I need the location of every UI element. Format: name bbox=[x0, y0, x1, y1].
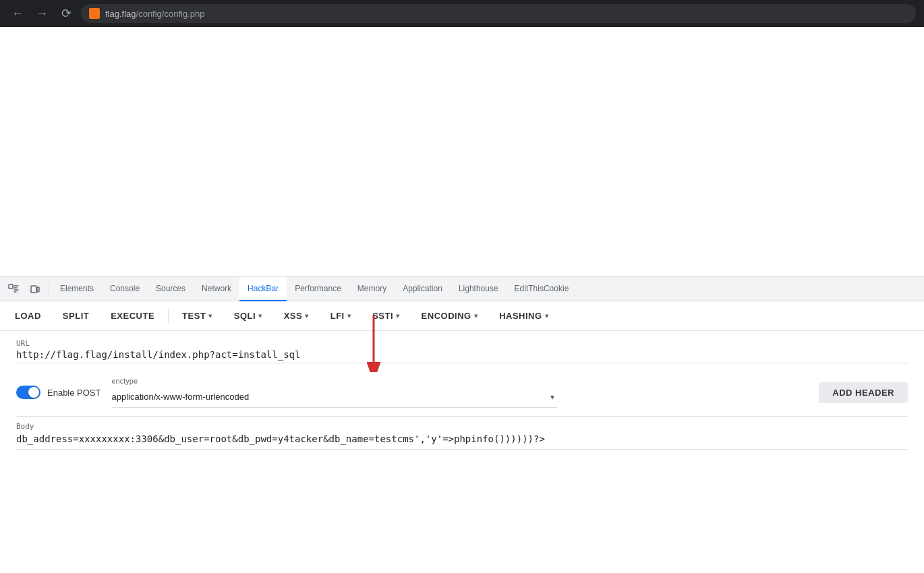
hackbar-body: URL http://flag.flag/install/index.php?a… bbox=[0, 331, 924, 450]
enable-post-label: Enable POST bbox=[47, 388, 101, 398]
body-value[interactable]: db_address=xxxxxxxxx:3306&db_user=root&d… bbox=[16, 432, 908, 446]
body-section: Body db_address=xxxxxxxxx:3306&db_user=r… bbox=[16, 417, 908, 450]
svg-rect-2 bbox=[37, 287, 39, 292]
url-section: URL http://flag.flag/install/index.php?a… bbox=[16, 339, 908, 363]
tab-separator bbox=[49, 282, 49, 296]
tab-network[interactable]: Network bbox=[194, 277, 239, 301]
site-icon bbox=[89, 8, 100, 19]
tab-editthiscookie[interactable]: EditThisCookie bbox=[507, 277, 577, 301]
load-button[interactable]: LOAD bbox=[5, 307, 51, 325]
devtools-tabbar: Elements Console Sources Network HackBar… bbox=[0, 277, 924, 301]
forward-button[interactable]: → bbox=[32, 4, 51, 23]
post-section-wrapper: Enable POST enctype application/x-www-fo… bbox=[16, 369, 908, 417]
tab-console[interactable]: Console bbox=[102, 277, 148, 301]
red-arrow-indicator bbox=[347, 311, 401, 372]
hashing-button[interactable]: HASHING ▾ bbox=[490, 307, 558, 325]
sqli-arrow: ▾ bbox=[258, 312, 262, 320]
post-toggle[interactable] bbox=[16, 386, 40, 399]
execute-button[interactable]: EXECUTE bbox=[101, 307, 164, 325]
tab-performance[interactable]: Performance bbox=[287, 277, 349, 301]
address-path: /config/config.php bbox=[136, 9, 205, 19]
body-label: Body bbox=[16, 422, 908, 431]
toggle-container: Enable POST bbox=[16, 386, 101, 399]
encoding-arrow: ▾ bbox=[474, 312, 478, 320]
enctype-group: enctype application/x-www-form-urlencode… bbox=[112, 377, 809, 408]
test-button[interactable]: TEST ▾ bbox=[173, 307, 222, 325]
xss-button[interactable]: XSS ▾ bbox=[275, 307, 318, 325]
toolbar-divider-1 bbox=[168, 308, 169, 324]
tab-elements[interactable]: Elements bbox=[52, 277, 102, 301]
tab-application[interactable]: Application bbox=[395, 277, 451, 301]
tab-hackbar[interactable]: HackBar bbox=[239, 277, 287, 301]
tab-lighthouse[interactable]: Lighthouse bbox=[451, 277, 507, 301]
sqli-button[interactable]: SQLI ▾ bbox=[225, 307, 272, 325]
xss-arrow: ▾ bbox=[305, 312, 309, 320]
url-label: URL bbox=[16, 339, 908, 348]
browser-topbar: ← → ⟳ flag.flag/config/config.php bbox=[0, 0, 924, 27]
svg-rect-0 bbox=[9, 284, 13, 289]
post-section: Enable POST enctype application/x-www-fo… bbox=[16, 369, 908, 417]
enctype-wrapper: application/x-www-form-urlencoded multip… bbox=[112, 386, 557, 408]
add-header-button[interactable]: ADD HEADER bbox=[819, 382, 908, 403]
address-domain: flag.flag bbox=[105, 9, 136, 19]
enctype-select[interactable]: application/x-www-form-urlencoded multip… bbox=[112, 386, 557, 408]
reload-button[interactable]: ⟳ bbox=[57, 4, 76, 23]
hackbar-toolbar: LOAD SPLIT EXECUTE TEST ▾ SQLI ▾ XSS ▾ L… bbox=[0, 301, 924, 331]
url-value[interactable]: http://flag.flag/install/index.php?act=i… bbox=[16, 349, 908, 363]
tab-sources[interactable]: Sources bbox=[148, 277, 194, 301]
page-content bbox=[0, 27, 924, 276]
enctype-label: enctype bbox=[112, 377, 809, 385]
test-arrow: ▾ bbox=[208, 312, 212, 320]
toggle-thumb bbox=[28, 387, 39, 398]
address-text: flag.flag/config/config.php bbox=[105, 9, 204, 19]
device-icon[interactable] bbox=[24, 278, 46, 300]
hashing-arrow: ▾ bbox=[545, 312, 549, 320]
inspect-icon[interactable] bbox=[3, 278, 24, 300]
encoding-button[interactable]: ENCODING ▾ bbox=[412, 307, 488, 325]
split-button[interactable]: SPLIT bbox=[53, 307, 98, 325]
body-underline bbox=[16, 449, 908, 450]
address-bar[interactable]: flag.flag/config/config.php bbox=[81, 4, 916, 23]
svg-rect-1 bbox=[31, 286, 36, 293]
devtools-panel: Elements Console Sources Network HackBar… bbox=[0, 276, 924, 450]
tab-memory[interactable]: Memory bbox=[349, 277, 395, 301]
back-button[interactable]: ← bbox=[8, 4, 27, 23]
